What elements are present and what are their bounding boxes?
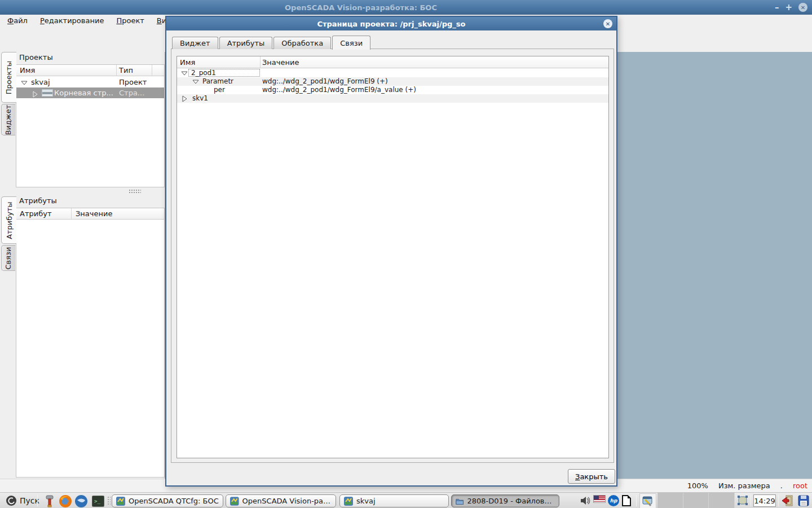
tool-icon (45, 495, 55, 507)
clock[interactable]: 14:29 (753, 494, 776, 507)
edit-mode-label: Изм. размера (718, 481, 770, 490)
firefox-icon (59, 494, 72, 508)
menu-project[interactable]: Проект (110, 15, 150, 27)
desktop: OpenSCADA Vision-разработка: БОС – + ✕ Ф… (0, 0, 812, 508)
task-qtcfg[interactable]: OpenSCADA QTCfg: БОС (112, 494, 223, 507)
attributes-panel-title: Атрибуты (16, 195, 57, 207)
svg-text:>_: >_ (94, 498, 100, 504)
dock-tab-projects[interactable]: Проекты (1, 52, 16, 103)
link-row-parametr[interactable]: Parametr wdg:../wdg_2_pod1/wdg_FormEl9 (… (177, 77, 608, 86)
attributes-col-attr[interactable]: Атрибут (20, 208, 51, 220)
firefox-launcher[interactable] (59, 494, 72, 508)
keyboard-layout-icon (593, 495, 606, 503)
openscada-icon (230, 497, 239, 506)
logout-button[interactable] (782, 494, 794, 507)
folder-icon (456, 497, 464, 505)
link-row-per[interactable]: per wdg:../wdg_2_pod1/wdg_FormEl9/a_valu… (177, 86, 608, 94)
volume-icon (580, 495, 592, 506)
hp-tray[interactable]: hp (608, 495, 619, 506)
volume-tray[interactable] (580, 495, 592, 506)
dialog-title: Страница проекта: /prj_skvaj/pg_so (317, 20, 465, 28)
document-tray[interactable] (621, 495, 632, 506)
pager-workspace-1[interactable] (657, 493, 683, 508)
menu-edit[interactable]: Редактирование (34, 15, 110, 27)
maximize-button[interactable]: + (785, 0, 792, 15)
project-page-dialog: Страница проекта: /prj_skvaj/pg_so ✕ Вид… (165, 16, 617, 487)
task-skvaj[interactable]: skvaj (339, 494, 449, 507)
tab-processing[interactable]: Обработка (273, 37, 331, 49)
projects-panel-title: Проекты (16, 52, 53, 63)
link-row-skv1[interactable]: skv1 (177, 94, 608, 103)
left-dock: Проекты Виджет Атрибуты Связи Проекты Им… (0, 52, 165, 479)
branch-open-icon[interactable] (21, 81, 28, 85)
tab-widget[interactable]: Виджет (172, 37, 218, 49)
taskbar: Пуск >_ (0, 492, 812, 508)
projects-col-name[interactable]: Имя (20, 65, 35, 76)
attributes-col-value[interactable]: Значение (76, 208, 112, 220)
terminal-icon: >_ (92, 496, 104, 507)
dialog-titlebar[interactable]: Страница проекта: /prj_skvaj/pg_so (166, 17, 616, 30)
vision-tray-icon (642, 496, 654, 507)
thunderbird-launcher[interactable] (74, 494, 88, 508)
save-session-icon (797, 494, 810, 507)
dialog-close-button[interactable]: ✕ (603, 19, 612, 28)
hp-icon: hp (608, 495, 619, 506)
mdi-workspace[interactable] (617, 52, 812, 479)
branch-open-icon[interactable] (181, 71, 188, 76)
pager-workspace-2[interactable] (683, 493, 709, 508)
zoom-level: 100% (687, 481, 708, 490)
projects-col-type[interactable]: Тип (119, 65, 133, 76)
workspace-pager (657, 493, 735, 508)
terminal-launcher[interactable]: >_ (91, 494, 105, 508)
tool-launcher[interactable] (43, 494, 56, 508)
pager-workspace-3[interactable] (709, 493, 735, 508)
keyboard-layout-tray[interactable] (593, 495, 606, 503)
show-desktop-icon (736, 494, 749, 507)
status-separator: . (780, 481, 783, 490)
tab-attributes[interactable]: Атрибуты (219, 37, 273, 49)
save-session-button[interactable] (797, 494, 810, 507)
dock-tab-attributes[interactable]: Атрибуты (1, 196, 16, 244)
branch-open-icon[interactable] (192, 80, 200, 84)
openscada-icon (116, 497, 125, 506)
vision-tray-button[interactable] (639, 493, 656, 508)
current-user: root (793, 481, 807, 490)
minimize-button[interactable]: – (775, 0, 779, 15)
projects-tree: Имя Тип skvaj Проект Корневая стр... (16, 64, 165, 187)
start-icon (6, 495, 17, 506)
link-row-2pod1[interactable]: 2_pod1 (177, 69, 608, 77)
logout-icon (782, 494, 794, 507)
project-row-skvaj[interactable]: skvaj Проект (16, 77, 164, 87)
openscada-icon (344, 497, 353, 506)
dock-tab-widget[interactable]: Виджет (1, 104, 15, 135)
menu-file[interactable]: Файл (1, 15, 34, 27)
thunderbird-icon (74, 494, 88, 508)
links-col-name[interactable]: Имя (180, 56, 195, 68)
task-file-manager[interactable]: 2808-D019 - Файловый ... (451, 494, 559, 507)
links-tree: Имя Значение 2_pod1 Parametr wdg:../wdg_… (176, 56, 609, 458)
close-button[interactable]: ✕ (798, 3, 807, 12)
document-icon (621, 495, 632, 506)
dialog-close-action-button[interactable]: Закрыть (568, 469, 615, 484)
show-desktop-button[interactable] (736, 494, 749, 507)
attributes-table: Атрибут Значение (16, 208, 165, 478)
page-thumbnail-icon (42, 89, 53, 97)
dialog-tabbar: Виджет Атрибуты Обработка Связи (172, 35, 372, 49)
main-window-title: OpenSCADA Vision-разработка: БОС (0, 3, 722, 12)
dock-splitter[interactable] (129, 189, 141, 193)
project-row-root-page[interactable]: Корневая стр... Стра... (16, 87, 164, 98)
branch-closed-icon[interactable] (182, 95, 187, 102)
tab-links[interactable]: Связи (332, 36, 370, 50)
main-titlebar[interactable]: OpenSCADA Vision-разработка: БОС – + ✕ (0, 0, 812, 15)
branch-closed-icon[interactable] (33, 91, 38, 98)
dock-tab-links[interactable]: Связи (1, 245, 15, 271)
task-vision[interactable]: OpenSCADA Vision-раз... (226, 494, 336, 507)
links-col-value[interactable]: Значение (262, 56, 299, 68)
